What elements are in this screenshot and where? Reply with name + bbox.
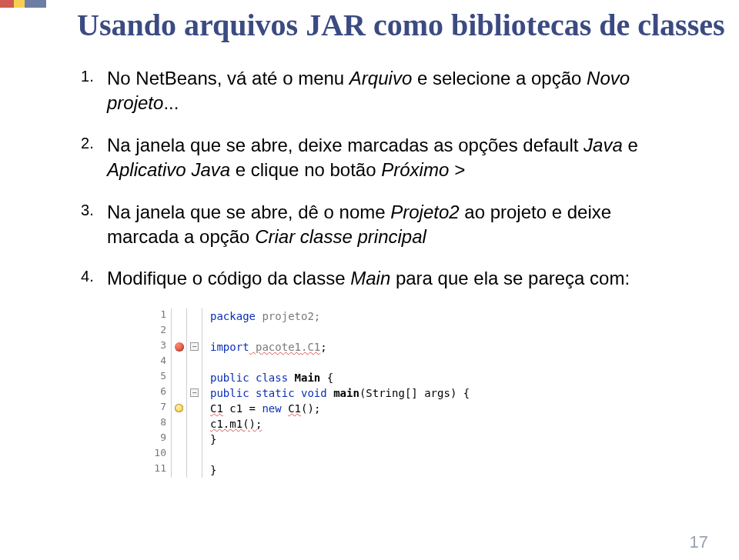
method-name: main — [333, 387, 359, 399]
step-2-opt1: Java — [584, 135, 623, 155]
import-cls: .C1 — [301, 341, 320, 353]
steps-list: No NetBeans, vá até o menu Arquivo e sel… — [81, 66, 685, 292]
import-end: ; — [320, 341, 326, 353]
gutter2 — [187, 308, 202, 324]
hint-icon — [175, 404, 183, 412]
gutter — [172, 370, 187, 385]
kw-psv: public static void — [210, 387, 333, 399]
error-icon — [175, 342, 184, 352]
line-number: 1 — [150, 308, 172, 324]
kw-package: package — [210, 310, 256, 322]
brace-open: { — [320, 372, 333, 384]
step-3: Na janela que se abre, dê o nome Projeto… — [81, 200, 685, 250]
slide-corner-accent — [0, 0, 46, 8]
gutter — [172, 385, 187, 401]
slide-title: Usando arquivos JAR como bibliotecas de … — [77, 8, 739, 43]
gutter2 — [187, 416, 202, 432]
code-line-1: package projeto2; — [202, 308, 320, 324]
sp — [282, 402, 288, 415]
line-number: 9 — [150, 432, 172, 447]
method-sig: (String[] args) { — [359, 387, 470, 399]
line-number: 5 — [150, 370, 172, 385]
line-number: 11 — [150, 462, 172, 478]
step-4: Modifique o código da classe Main para q… — [81, 266, 685, 291]
gutter — [172, 416, 187, 432]
code-line-8: c1.m1(); — [202, 416, 262, 432]
import-pkg: pacote1 — [249, 341, 301, 353]
kw-import: import — [210, 341, 249, 353]
step-1-text-c: ... — [163, 92, 179, 113]
step-3-text-a: Na janela que se abre, dê o nome — [107, 202, 390, 222]
fold-icon: − — [190, 342, 199, 351]
gutter2: − — [187, 385, 202, 401]
brace-close-outer: } — [210, 464, 216, 476]
code-editor-screenshot: 1 package projeto2; 2 3 − import pacote1… — [150, 308, 558, 478]
code-line-6: public static void main(String[] args) { — [202, 385, 470, 401]
line-number: 10 — [150, 447, 172, 462]
code-line-2 — [202, 324, 210, 339]
gutter — [172, 308, 187, 324]
class-name: Main — [295, 372, 321, 384]
kw-new: new — [262, 402, 281, 415]
step-4-text-b: para que ela se pareça com: — [390, 268, 630, 288]
gutter2: − — [187, 339, 202, 355]
code-line-9: } — [202, 432, 216, 447]
gutter — [172, 447, 187, 462]
gutter — [172, 401, 187, 416]
code-line-4 — [202, 355, 210, 370]
code-line-10 — [202, 447, 210, 462]
call-m1: c1.m1(); — [210, 418, 262, 430]
step-1-menu: Arquivo — [349, 68, 412, 88]
gutter2 — [187, 447, 202, 462]
step-2-text-c: e clique no botão — [230, 159, 381, 180]
brace-close-inner: } — [210, 433, 216, 445]
step-2: Na janela que se abre, deixe marcadas as… — [81, 133, 685, 183]
pkg-name: projeto2; — [256, 310, 320, 322]
line-number: 4 — [150, 355, 172, 370]
gutter2 — [187, 324, 202, 339]
line-number: 8 — [150, 416, 172, 432]
gutter2 — [187, 462, 202, 478]
page-number: 17 — [690, 532, 708, 552]
step-2-button: Próximo > — [381, 159, 465, 180]
gutter — [172, 355, 187, 370]
step-4-text-a: Modifique o código da classe — [107, 268, 350, 288]
code-line-3: import pacote1.C1; — [202, 339, 327, 355]
step-3-opt: Criar classe principal — [255, 226, 426, 247]
type-c1: C1 — [210, 402, 223, 415]
ctor-c1: C1 — [288, 402, 301, 415]
line-number: 6 — [150, 385, 172, 401]
gutter — [172, 462, 187, 478]
gutter — [172, 339, 187, 355]
step-4-classname: Main — [350, 268, 390, 288]
gutter — [172, 324, 187, 339]
gutter2 — [187, 355, 202, 370]
kw-public-class: public class — [210, 372, 295, 384]
step-2-text-b: e — [623, 135, 638, 155]
gutter — [172, 432, 187, 447]
line-number: 3 — [150, 339, 172, 355]
code-line-5: public class Main { — [202, 370, 333, 385]
step-1-text-a: No NetBeans, vá até o menu — [107, 68, 349, 88]
step-1-text-b: e selecione a opção — [412, 68, 587, 88]
gutter2 — [187, 370, 202, 385]
gutter2 — [187, 401, 202, 416]
step-3-name: Projeto2 — [390, 202, 459, 222]
line-number: 2 — [150, 324, 172, 339]
step-1: No NetBeans, vá até o menu Arquivo e sel… — [81, 66, 685, 116]
gutter2 — [187, 432, 202, 447]
step-2-text-a: Na janela que se abre, deixe marcadas as… — [107, 135, 584, 155]
ctor-end: (); — [301, 402, 320, 415]
assign: c1 = — [223, 402, 262, 415]
fold-icon: − — [190, 388, 199, 397]
line-number: 7 — [150, 401, 172, 416]
code-line-7: C1 c1 = new C1(); — [202, 401, 320, 416]
code-line-11: } — [202, 462, 216, 478]
step-2-opt2: Aplicativo Java — [107, 159, 230, 180]
